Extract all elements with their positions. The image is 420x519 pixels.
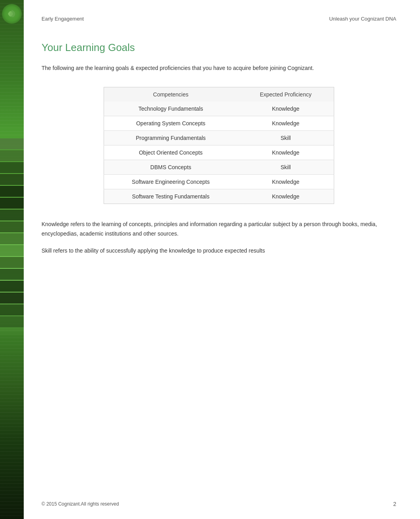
footer-page-number: 2 bbox=[393, 501, 396, 507]
intro-text: The following are the learning goals & e… bbox=[42, 64, 396, 73]
sidebar-block bbox=[0, 209, 24, 221]
sidebar-block bbox=[0, 245, 24, 256]
sidebar-block bbox=[0, 162, 24, 173]
page-header: Early Engagement Unleash your Cognizant … bbox=[42, 16, 396, 26]
table-row: DBMS ConceptsSkill bbox=[104, 160, 334, 174]
sidebar-block bbox=[0, 150, 24, 161]
sidebar-block bbox=[0, 174, 24, 185]
table-cell-competency: Operating System Concepts bbox=[104, 116, 237, 130]
sidebar-block bbox=[0, 281, 24, 292]
sidebar-block bbox=[0, 138, 24, 149]
table-cell-proficiency: Knowledge bbox=[238, 189, 334, 204]
table-row: Object Oriented ConceptsKnowledge bbox=[104, 145, 334, 160]
table-cell-proficiency: Skill bbox=[238, 130, 334, 145]
definition-skill: Skill refers to the ability of successfu… bbox=[42, 246, 396, 256]
sidebar-block bbox=[0, 198, 24, 209]
sidebar-blocks bbox=[0, 138, 24, 328]
table-cell-competency: Software Engineering Concepts bbox=[104, 174, 237, 189]
table-cell-proficiency: Knowledge bbox=[238, 116, 334, 130]
table-cell-proficiency: Knowledge bbox=[238, 102, 334, 116]
table-row: Technology FundamentalsKnowledge bbox=[104, 102, 334, 116]
table-cell-proficiency: Skill bbox=[238, 160, 334, 174]
sidebar-block bbox=[0, 316, 24, 327]
sidebar-block bbox=[0, 304, 24, 315]
table-cell-competency: Software Testing Fundamentals bbox=[104, 189, 237, 204]
table-cell-competency: DBMS Concepts bbox=[104, 160, 237, 174]
table-cell-proficiency: Knowledge bbox=[238, 174, 334, 189]
table-cell-competency: Object Oriented Concepts bbox=[104, 145, 237, 160]
footer-copyright: © 2015 Cognizant.All rights reserved bbox=[42, 501, 119, 507]
sidebar-block bbox=[0, 233, 24, 244]
table-cell-competency: Technology Fundamentals bbox=[104, 102, 237, 116]
page-title: Your Learning Goals bbox=[42, 42, 396, 54]
table-cell-proficiency: Knowledge bbox=[238, 145, 334, 160]
table-row: Software Engineering ConceptsKnowledge bbox=[104, 174, 334, 189]
sidebar-block bbox=[0, 186, 24, 197]
table-cell-competency: Programming Fundamentals bbox=[104, 130, 237, 145]
logo-area bbox=[2, 4, 22, 24]
header-right-text: Unleash your Cognizant DNA bbox=[329, 16, 396, 22]
column-header-proficiency: Expected Proficiency bbox=[238, 87, 334, 102]
page-footer: © 2015 Cognizant.All rights reserved 2 bbox=[42, 501, 396, 507]
sidebar-block bbox=[0, 221, 24, 232]
definition-knowledge: Knowledge refers to the learning of conc… bbox=[42, 220, 396, 239]
table-header-row: Competencies Expected Proficiency bbox=[104, 87, 334, 102]
table-row: Operating System ConceptsKnowledge bbox=[104, 116, 334, 130]
competencies-table: Competencies Expected Proficiency Techno… bbox=[104, 87, 334, 204]
sidebar-block bbox=[0, 269, 24, 280]
left-sidebar bbox=[0, 0, 24, 519]
sidebar-block bbox=[0, 257, 24, 268]
table-row: Software Testing FundamentalsKnowledge bbox=[104, 189, 334, 204]
main-content: Early Engagement Unleash your Cognizant … bbox=[26, 0, 420, 519]
column-header-competencies: Competencies bbox=[104, 87, 237, 102]
header-left-text: Early Engagement bbox=[42, 16, 84, 22]
sidebar-block bbox=[0, 293, 24, 304]
table-row: Programming FundamentalsSkill bbox=[104, 130, 334, 145]
